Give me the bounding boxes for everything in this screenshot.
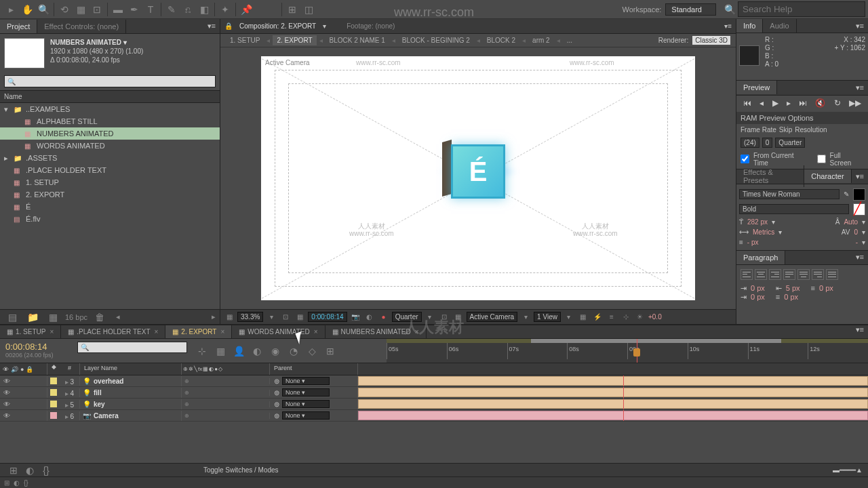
comp-dropdown-icon[interactable]: ▾ (323, 22, 326, 30)
status-icon1[interactable]: ⊞ (4, 479, 9, 487)
info-menu-icon[interactable]: ▾≡ (852, 22, 868, 30)
justify-right-icon[interactable] (812, 269, 824, 280)
breadcrumb-1[interactable]: 2. EXPORT (273, 35, 316, 45)
project-search-input[interactable] (4, 75, 216, 87)
play-icon[interactable]: ▶ (772, 98, 778, 108)
zoom-slider[interactable]: ━━━━ (840, 466, 856, 474)
resolution-icon[interactable]: ⊡ (279, 313, 292, 321)
current-time[interactable]: 0:00:08:14 (308, 312, 347, 322)
parent-header[interactable]: Parent (270, 363, 358, 375)
roi-icon[interactable]: ⊡ (438, 313, 450, 321)
layer-row-fill[interactable]: 👁 ▸ 4 💡fill ⊕ ⊚None ▾ (0, 387, 868, 399)
breadcrumb-0[interactable]: 1. SETUP (226, 35, 264, 45)
pen-tool-icon[interactable]: ✒ (127, 2, 142, 17)
tracking-value[interactable]: 0 (854, 228, 858, 236)
last-frame-icon[interactable]: ⏭ (799, 98, 807, 108)
preview-tab[interactable]: Preview (736, 81, 777, 94)
kerning-value[interactable]: Metrics (753, 228, 774, 236)
comp-lock-icon[interactable]: 🔒 (224, 22, 233, 30)
composition-tab[interactable]: Composition: 2. EXPORT (235, 20, 320, 32)
timeline-timecode[interactable]: 0:00:08:14 (5, 342, 69, 352)
graph-editor-icon[interactable]: ⊞ (323, 344, 338, 359)
breadcrumb-2[interactable]: BLOCK 2 NAME 1 (326, 35, 389, 45)
eyedropper-icon[interactable]: ✎ (844, 190, 849, 198)
pixel-aspect-icon[interactable]: ▦ (577, 313, 589, 321)
zoom-dropdown[interactable]: 33.3% (237, 312, 263, 322)
snapshot-icon[interactable]: 📷 (349, 313, 361, 321)
first-frame-icon[interactable]: ⏮ (743, 98, 751, 108)
font-style-dropdown[interactable]: Bold (739, 204, 849, 214)
project-list-header[interactable]: Name (0, 90, 220, 103)
skip-dropdown[interactable]: 0 (762, 138, 773, 148)
motion-blur-icon[interactable]: ◉ (268, 344, 283, 359)
snap-icon[interactable]: ⊞ (285, 2, 300, 17)
audio-tab[interactable]: Audio (763, 19, 796, 33)
brainstorm-icon[interactable]: ◔ (286, 344, 301, 359)
search-help-input[interactable] (738, 1, 865, 17)
shy-icon[interactable]: 👤 (231, 344, 246, 359)
exposure-reset-icon[interactable]: ☀ (634, 313, 646, 321)
safe-zones-icon[interactable]: ▦ (294, 313, 306, 321)
breadcrumb-5[interactable]: arm 2 (528, 35, 554, 45)
fill-color-swatch[interactable] (853, 188, 865, 201)
toggle-switches-modes[interactable]: Toggle Switches / Modes (203, 466, 279, 474)
lock-col-icon[interactable]: 🔒 (26, 366, 33, 373)
eraser-tool-icon[interactable]: ◧ (197, 2, 212, 17)
layer-row-Camera[interactable]: 👁 ▸ 6 📷Camera ⊕ ⊚None ▾ (0, 410, 868, 422)
new-folder-icon[interactable]: 📁 (25, 310, 40, 325)
layer-name-header[interactable]: Layer Name (80, 363, 182, 375)
panel-menu-icon[interactable]: ▾≡ (203, 22, 220, 30)
puppet-tool-icon[interactable]: 📌 (239, 2, 254, 17)
project-item--[interactable]: ▦É (0, 201, 220, 213)
timeline-tab-2-export[interactable]: ▦2. EXPORT× (165, 325, 232, 338)
fast-preview-icon[interactable]: ⚡ (591, 313, 604, 321)
always-preview-icon[interactable]: ▦ (223, 313, 235, 321)
project-item--flv[interactable]: ▤É.flv (0, 213, 220, 225)
pan-behind-tool-icon[interactable]: ⊡ (90, 2, 104, 17)
layer-row-overhead[interactable]: 👁 ▸ 3 💡overhead ⊕ ⊚None ▾ (0, 375, 868, 387)
workspace-dropdown[interactable]: Standard (665, 3, 716, 16)
roto-tool-icon[interactable]: ✦ (218, 2, 233, 17)
from-current-checkbox[interactable] (741, 155, 749, 163)
footage-tab[interactable]: Footage: (none) (342, 20, 399, 32)
timeline-icon[interactable]: ≡ (606, 313, 618, 321)
info-tab[interactable]: Info (736, 19, 763, 33)
effect-controls-tab[interactable]: Effect Controls: (none) (37, 20, 126, 33)
delete-icon[interactable]: 🗑 (92, 310, 107, 325)
project-item-numbers-animated[interactable]: ▦NUMBERS ANIMATED (0, 127, 220, 140)
composition-viewer[interactable]: Active Camera É www.rr-sc.comwww.rr-sc.c… (261, 56, 695, 300)
project-item--assets[interactable]: ▸📁.ASSETS (0, 152, 220, 164)
toggle-in-out-icon[interactable]: {} (39, 463, 54, 478)
breadcrumb-6[interactable]: ... (563, 35, 576, 45)
timeline-tab--place-holder-text[interactable]: ▦.PLACE HOLDER TEXT× (61, 325, 165, 338)
align-left-icon[interactable] (741, 269, 753, 280)
auto-keyframe-icon[interactable]: ◇ (304, 344, 319, 359)
breadcrumb-4[interactable]: BLOCK 2 (483, 35, 519, 45)
view-layout-dropdown[interactable]: 1 View (534, 312, 561, 322)
project-item--examples[interactable]: ▾📁..EXAMPLES (0, 103, 220, 115)
flowchart-icon[interactable]: ⊹ (620, 313, 632, 321)
snap2-icon[interactable]: ◫ (301, 2, 316, 17)
font-family-dropdown[interactable]: Times New Roman (739, 189, 840, 199)
justify-center-icon[interactable] (797, 269, 810, 280)
scroll-left-icon[interactable]: ◂ (116, 312, 120, 321)
preview-menu-icon[interactable]: ▾≡ (852, 83, 868, 92)
stamp-tool-icon[interactable]: ⎌ (180, 2, 195, 17)
stroke-color-swatch[interactable]: ╱ (853, 203, 865, 216)
exposure-value[interactable]: +0.0 (648, 313, 662, 321)
selection-tool-icon[interactable]: ▸ (3, 2, 18, 17)
full-screen-checkbox[interactable] (817, 155, 826, 163)
solo-col-icon[interactable]: ● (20, 366, 24, 373)
project-item-words-animated[interactable]: ▦WORDS ANIMATED (0, 140, 220, 152)
toggle-switches-icon[interactable]: ⊞ (6, 463, 21, 478)
interpret-icon[interactable]: ▤ (5, 310, 20, 325)
ram-preview-options[interactable]: RAM Preview Options (736, 112, 868, 124)
label-col-icon[interactable]: ◆ (47, 363, 60, 375)
leading-value[interactable]: Auto (844, 218, 858, 226)
prev-frame-icon[interactable]: ◂ (760, 98, 764, 108)
status-icon3[interactable]: {} (24, 479, 28, 487)
bpc-toggle[interactable]: 16 bpc (65, 313, 87, 321)
scroll-right-icon[interactable]: ▸ (212, 312, 216, 321)
draft-3d-icon[interactable]: ▦ (213, 344, 228, 359)
stroke-value[interactable]: - px (747, 239, 759, 246)
